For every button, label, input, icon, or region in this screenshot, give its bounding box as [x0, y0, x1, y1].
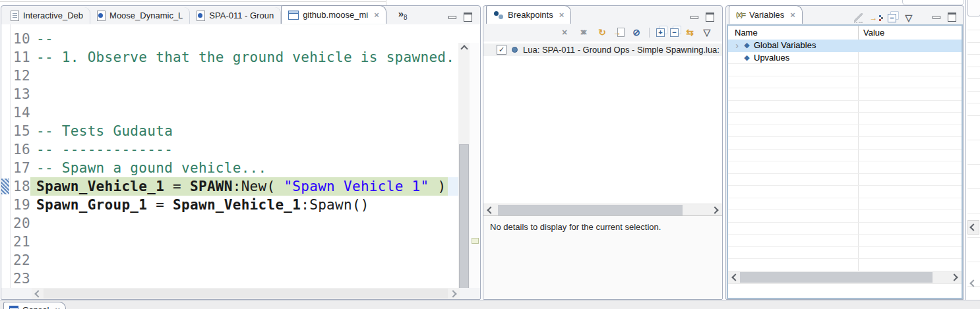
close-icon[interactable]: × [55, 306, 60, 309]
view-menu-icon[interactable]: ▽ [903, 12, 915, 24]
editor-window-buttons [448, 13, 472, 22]
code-editor[interactable]: 10--11-- 1. Observe that the ground vehi… [1, 24, 480, 288]
debug-line-highlight: Spawn_Vehicle_1 = SPAWN:New( "Spawn Vehi… [30, 177, 448, 196]
annotation-ruler[interactable] [1, 196, 10, 214]
variables-toolbar: →−▽ [854, 12, 915, 24]
code-text [30, 233, 480, 251]
tab-overflow-count: 8 [404, 14, 408, 21]
editor-tab-moose-dynamic[interactable]: Moose_Dynamic_L [90, 7, 190, 24]
scroll-left-icon[interactable] [730, 271, 741, 283]
remove-breakpoint-icon[interactable]: × [559, 26, 570, 38]
annotation-ruler[interactable] [1, 233, 10, 251]
editor-vscroll-thumb[interactable] [459, 144, 469, 288]
variable-empty-row [728, 186, 962, 198]
collapse-all-icon[interactable]: − [888, 14, 896, 22]
column-header-value[interactable]: Value [863, 28, 884, 38]
annotation-ruler[interactable] [1, 140, 10, 159]
editor-hscroll-thumb[interactable] [44, 289, 448, 298]
variables-table[interactable]: Name Value ›◆Global Variables◆Upvalues [727, 24, 963, 299]
variable-empty-row [728, 198, 962, 211]
annotation-ruler[interactable] [1, 177, 10, 196]
variables-tab-bar: (x)= Variables × [726, 6, 964, 24]
breakpoints-horizontal-scrollbar[interactable] [483, 204, 722, 216]
code-text [30, 67, 480, 85]
show-type-names-icon[interactable] [854, 13, 863, 23]
variable-row-upvalues[interactable]: ◆Upvalues [728, 52, 962, 65]
expand-all-icon[interactable]: + [656, 28, 665, 37]
close-icon[interactable]: × [790, 11, 795, 19]
editor-tab-github-moose-mi[interactable]: github.moose_mi× [281, 5, 386, 24]
annotation-ruler[interactable] [1, 269, 10, 288]
collapse-all-icon[interactable]: − [670, 28, 679, 37]
annotation-ruler[interactable] [1, 48, 10, 67]
remove-all-breakpoints-icon[interactable]: ×× [576, 26, 591, 38]
overview-ruler[interactable] [470, 43, 480, 288]
editor-tab-interactive-deb[interactable]: Interactive_Deb [4, 7, 90, 24]
scroll-right-icon[interactable] [448, 288, 458, 299]
breakpoint-item[interactable]: ✓Lua: SPA-011 - Ground Ops - Simple Spaw… [483, 43, 722, 56]
code-text: -- [30, 30, 480, 48]
expander-chevron-icon[interactable]: › [732, 41, 742, 50]
overview-annotation-marker[interactable] [472, 238, 479, 244]
close-icon[interactable]: × [374, 11, 379, 19]
go-to-file-for-breakpoint-icon[interactable]: → [613, 26, 625, 38]
editor-vertical-scrollbar[interactable] [458, 43, 470, 288]
link-with-debug-view-icon[interactable]: ⇆ [684, 26, 696, 38]
no-details-message: No details to display for the current se… [490, 222, 661, 232]
variable-empty-row [728, 64, 962, 76]
scroll-up-icon[interactable] [458, 43, 470, 54]
annotation-ruler[interactable] [1, 159, 10, 177]
editor-tab-bar: Interactive_DebMoose_Dynamic_LSPA-011 - … [1, 6, 480, 24]
annotation-ruler[interactable] [1, 103, 10, 122]
code-line-13: 13 [1, 85, 480, 103]
line-number: 12 [10, 67, 30, 85]
cutoff-scroll-left-icon[interactable] [967, 220, 979, 235]
breakpoints-hscroll-thumb[interactable] [498, 205, 683, 215]
column-resize-handle[interactable] [858, 26, 859, 40]
variables-horizontal-scrollbar[interactable] [728, 271, 962, 283]
variables-hscroll-thumb[interactable] [740, 272, 933, 283]
cutoff-panel-grid [967, 18, 980, 296]
annotation-ruler[interactable] [1, 251, 10, 269]
skip-all-breakpoints-icon[interactable]: ⊘ [630, 26, 642, 38]
scroll-left-icon[interactable] [485, 204, 496, 216]
scroll-right-icon[interactable] [710, 204, 720, 216]
scroll-left-icon[interactable] [33, 288, 44, 299]
tab-breakpoints[interactable]: Breakpoints × [486, 5, 571, 24]
variable-empty-row [728, 150, 962, 162]
code-text: -- ------------- [30, 140, 480, 159]
breakpoint-checkbox[interactable]: ✓ [497, 45, 506, 55]
view-menu-icon[interactable]: ▽ [701, 26, 713, 38]
column-header-name[interactable]: Name [735, 28, 758, 38]
code-line-10: 10-- [1, 30, 480, 48]
variable-row-global-variables[interactable]: ›◆Global Variables [728, 40, 962, 52]
show-breakpoints-for-target-icon[interactable]: ↻ [596, 26, 608, 38]
variables-panel: (x)= Variables × →−▽ Name Value ›◆Global… [725, 5, 964, 300]
minimize-icon[interactable] [690, 16, 698, 19]
editor-tab-row: Interactive_DebMoose_Dynamic_LSPA-011 - … [4, 5, 386, 24]
close-icon[interactable]: × [559, 11, 565, 19]
line-number: 20 [10, 214, 30, 233]
editor-tab-spa-011-groun[interactable]: SPA-011 - Groun [190, 7, 281, 24]
annotation-ruler[interactable] [1, 214, 10, 233]
breakpoint-dot-icon [512, 47, 518, 53]
minimize-icon[interactable] [448, 16, 456, 19]
breakpoints-list[interactable]: ✓Lua: SPA-011 - Ground Ops - Simple Spaw… [483, 42, 722, 204]
minimize-icon[interactable] [933, 16, 940, 19]
annotation-ruler[interactable] [1, 122, 10, 140]
code-text [30, 214, 480, 233]
maximize-icon[interactable] [706, 13, 714, 22]
show-logical-structure-icon[interactable]: → [869, 12, 881, 24]
annotation-ruler[interactable] [1, 85, 10, 103]
annotation-ruler[interactable] [1, 67, 10, 85]
tab-variables[interactable]: (x)= Variables × [729, 5, 803, 24]
scroll-right-icon[interactable] [949, 271, 960, 283]
editor-horizontal-scrollbar[interactable] [32, 288, 460, 299]
maximize-icon[interactable] [948, 13, 956, 22]
tab-console[interactable]: Consol × [3, 302, 66, 309]
tab-overflow-chevron[interactable]: »8 [398, 8, 408, 21]
line-number: 18 [10, 177, 30, 196]
maximize-icon[interactable] [464, 13, 472, 22]
variables-detail-strip [728, 283, 962, 298]
annotation-ruler[interactable] [1, 30, 10, 48]
